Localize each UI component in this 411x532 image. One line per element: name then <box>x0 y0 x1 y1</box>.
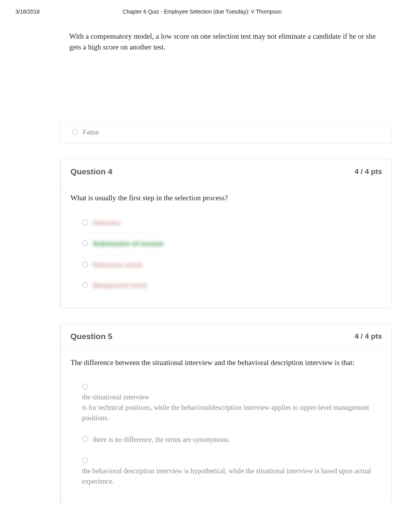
radio-icon <box>82 282 88 288</box>
page-header: 3/16/2018 Chapter 6 Quiz - Employee Sele… <box>0 0 411 19</box>
q3-false-label: False <box>83 128 99 138</box>
radio-icon <box>82 457 88 464</box>
radio-icon <box>82 240 88 246</box>
q5-option-b[interactable]: there is no difference, the terms are sy… <box>70 429 382 450</box>
q3-card-tail: False <box>60 122 392 143</box>
q4-option-a[interactable]: Inteviews <box>70 212 382 234</box>
q5-points: 4 / 4 pts <box>354 332 382 341</box>
radio-icon <box>82 436 88 442</box>
q5-header: Question 5 4 / 4 pts <box>61 324 391 349</box>
header-spacer <box>365 9 396 15</box>
header-title: Chapter 6 Quiz - Employee Selection (due… <box>39 9 365 15</box>
q3-stem: With a compensatory model, a low score o… <box>69 31 382 52</box>
q4-prompt: What is usually the first step in the se… <box>70 194 382 202</box>
q4-opt-d-label: Background check <box>93 281 147 291</box>
q5-option-a[interactable]: the situational interview is for technic… <box>70 377 382 429</box>
q4-opt-a-label: Inteviews <box>93 218 120 228</box>
q5-title: Question 5 <box>70 332 113 341</box>
q4-option-d[interactable]: Background check <box>70 275 382 296</box>
content-area: With a compensatory model, a low score o… <box>60 31 392 504</box>
radio-icon <box>82 261 88 268</box>
q4-card: Question 4 4 / 4 pts What is usually the… <box>60 159 392 308</box>
q4-body: What is usually the first step in the se… <box>61 184 391 308</box>
q4-opt-c-label: Reference check <box>93 260 142 270</box>
q5-card: Question 5 4 / 4 pts The difference betw… <box>60 324 392 504</box>
q5-option-c[interactable]: the behavioral description interview is … <box>70 450 382 492</box>
q5-prompt: The difference between the situational i… <box>70 358 382 367</box>
q4-option-c[interactable]: Reference check <box>70 254 382 276</box>
header-date: 3/16/2018 <box>15 9 39 15</box>
q4-header: Question 4 4 / 4 pts <box>61 159 391 184</box>
q5-opt-c-label: the behavioral description interview is … <box>82 466 379 487</box>
radio-icon <box>82 219 88 225</box>
q4-title: Question 4 <box>70 167 113 176</box>
radio-icon <box>72 129 78 135</box>
q5-opt-a-line2: is for technical positions, while the be… <box>82 402 379 423</box>
q5-opt-a-line1: the situational interview <box>82 392 379 402</box>
q5-opt-b-label: there is no difference, the terms are sy… <box>93 435 230 445</box>
q5-body: The difference between the situational i… <box>61 349 391 504</box>
radio-icon <box>82 384 88 390</box>
q4-option-b[interactable]: Submission of resume <box>70 233 382 254</box>
q4-opt-b-label: Submission of resume <box>93 239 163 249</box>
q3-option-false[interactable]: False <box>60 122 391 143</box>
q4-points: 4 / 4 pts <box>354 167 382 176</box>
